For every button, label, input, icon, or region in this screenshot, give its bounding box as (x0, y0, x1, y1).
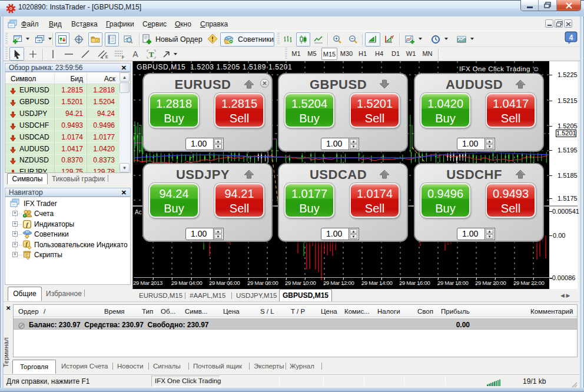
svg-text:4: 4 (569, 34, 573, 42)
svg-text:A: A (132, 49, 138, 59)
svg-text:T: T (149, 49, 154, 58)
svg-text:F: F (122, 55, 124, 59)
svg-text:E: E (105, 55, 108, 59)
